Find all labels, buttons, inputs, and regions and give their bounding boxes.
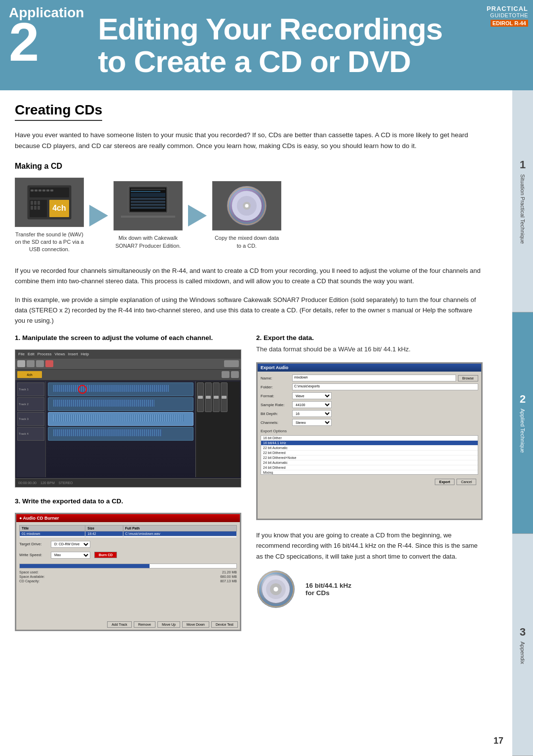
- step-2-item: 2. Export the data. The data format shou…: [256, 334, 483, 354]
- export-label-bitdepth: Bit Depth:: [261, 412, 290, 416]
- export-dialog-title: Export Audio: [258, 364, 481, 372]
- sidebar-tab-1[interactable]: 1 Situation Practical Technique: [512, 90, 533, 312]
- stats-label-total: CD Capacity:: [19, 579, 39, 583]
- cd-step-2-caption: Mix down with Cakewalk SONAR7 Producer E…: [114, 234, 183, 250]
- cd-step-3: Copy the mixed down data to a CD.: [212, 181, 281, 250]
- toolbar-btn-4[interactable]: [45, 360, 53, 367]
- fader-1[interactable]: [197, 382, 204, 412]
- svg-rect-6: [46, 189, 49, 191]
- right-column: 2. Export the data. The data format shou…: [256, 334, 483, 641]
- track-label-2: Track 2: [17, 397, 44, 411]
- toolbar2-btn-2[interactable]: [231, 371, 239, 378]
- badge-practical: PRACTICAL: [487, 5, 528, 12]
- speed-select[interactable]: Max8x4x: [51, 552, 90, 559]
- daw-screenshot: File Edit Process Views Insert Help: [15, 349, 241, 488]
- badge-edirol: EDIROL R-44: [491, 20, 528, 27]
- export-ok-btn[interactable]: Export: [435, 479, 455, 485]
- arrow-shape-1: [89, 205, 108, 227]
- status-bpm: 120 BPM: [40, 481, 55, 485]
- toolbar-btn-1[interactable]: [17, 360, 25, 367]
- cd-step-1-img: 4ch: [15, 178, 84, 227]
- device-test-btn[interactable]: Device Test: [211, 621, 238, 628]
- export-select-bitdepth[interactable]: 16 24 32: [292, 410, 332, 417]
- sidebar-tab-1-number: 1: [520, 158, 526, 171]
- burn-progress: [19, 564, 237, 568]
- toolbar2-btn-1[interactable]: [222, 371, 229, 378]
- listbox-item-6: 24 bit Automatic: [261, 460, 478, 465]
- step-1-text: Manipulate the screen to adjust the volu…: [22, 334, 213, 341]
- export-options-label: Export Options: [261, 429, 478, 433]
- burner-dialog: ● Audio CD Burner Title Size Full Path 0…: [15, 513, 241, 631]
- remove-btn[interactable]: Remove: [134, 621, 155, 628]
- daw-content: Track 1 Track 2 Track 3 Track 4: [15, 380, 241, 478]
- svg-point-42: [273, 587, 278, 592]
- listbox-item-8: Mixing: [261, 470, 478, 475]
- cd-step-1-caption: Transfer the sound le (WAV) on the SD ca…: [15, 231, 84, 254]
- burner-screenshot: ● Audio CD Burner Title Size Full Path 0…: [15, 513, 241, 631]
- stats-label-elapsed: Space used:: [19, 570, 38, 574]
- toolbar-btn-2[interactable]: [27, 360, 35, 367]
- stats-val-remain: 680.00 MB: [220, 575, 237, 578]
- burner-body: Title Size Full Path 01 mixdown 18:42 C:…: [16, 522, 240, 619]
- step-2-number: 2.: [256, 334, 262, 341]
- toolbar-btn-5[interactable]: [224, 360, 239, 367]
- target-drive-select[interactable]: D: CD-RW Drive: [51, 541, 90, 548]
- row2-size: [85, 536, 123, 537]
- menu-views: Views: [55, 352, 65, 356]
- svg-rect-19: [131, 189, 165, 190]
- menu-insert: Insert: [68, 352, 78, 356]
- svg-rect-24: [131, 204, 165, 206]
- row1-size: 18:42: [85, 531, 123, 536]
- col-title: Title: [20, 525, 85, 531]
- listbox-item-7: 24 bit Dithered: [261, 465, 478, 470]
- step-2-desc: The data format should be a WAVe at 16 b…: [256, 344, 483, 354]
- toolbar-btn-3[interactable]: [36, 360, 44, 367]
- left-column: 1. Manipulate the screen to adjust the v…: [15, 334, 241, 641]
- listbox-item-3: 22 bit Automatic: [261, 446, 478, 451]
- cd-arrow-2: [183, 201, 212, 230]
- export-label-channels: Channels:: [261, 420, 290, 425]
- svg-rect-3: [35, 189, 38, 191]
- step-1-label: 1. Manipulate the screen to adjust the v…: [15, 334, 241, 341]
- cd-step-1: 4ch Transfer the sound le (WAV) on the S…: [15, 178, 84, 254]
- sidebar-tab-2[interactable]: 2 Applied Technique: [512, 312, 533, 534]
- step-3-label: 3. Write the exported data to a CD.: [15, 497, 241, 505]
- export-label-name: Name:: [261, 376, 290, 380]
- fader-4[interactable]: [221, 382, 228, 412]
- row1-title: 01 mixdown: [20, 531, 85, 536]
- step-3-number: 3.: [15, 497, 20, 505]
- export-select-channels[interactable]: Stereo Mono: [292, 419, 332, 426]
- export-input-name[interactable]: mixdown: [292, 375, 456, 381]
- svg-rect-25: [131, 207, 165, 209]
- menu-file: File: [18, 352, 25, 356]
- move-down-btn[interactable]: Move Down: [182, 621, 209, 628]
- add-track-btn[interactable]: Add Track: [107, 621, 132, 628]
- move-up-btn[interactable]: Move Up: [157, 621, 180, 628]
- page-number: 17: [494, 736, 503, 746]
- menu-process: Process: [38, 352, 52, 356]
- export-browse-btn[interactable]: Browse: [458, 375, 478, 381]
- menu-help: Help: [81, 352, 89, 356]
- target-drive-row: Target Drive: D: CD-RW Drive: [19, 541, 237, 548]
- export-select-format[interactable]: Wave MP3: [292, 392, 332, 399]
- col-fullpath: Full Path: [123, 525, 237, 531]
- export-cancel-btn[interactable]: Cancel: [457, 479, 476, 485]
- cd-step-2: Mix down with Cakewalk SONAR7 Producer E…: [114, 181, 183, 250]
- page-header: Application 2 Editing Your Recordings to…: [0, 0, 533, 90]
- track-label-1: Track 1: [17, 382, 44, 396]
- export-row-samplerate: Sample Rate: 44100 48000: [261, 401, 478, 408]
- fader-2[interactable]: [205, 382, 212, 412]
- burn-button[interactable]: Burn CD: [94, 552, 117, 558]
- cd-diagram: 4ch Transfer the sound le (WAV) on the S…: [15, 178, 483, 254]
- cd-step-3-caption: Copy the mixed down data to a CD.: [212, 234, 281, 250]
- svg-rect-12: [31, 206, 33, 210]
- body-text-2: In this example, we provide a simple exp…: [15, 295, 483, 326]
- export-select-samplerate[interactable]: 44100 48000: [292, 401, 332, 408]
- svg-rect-20: [131, 191, 160, 192]
- sidebar-tab-3[interactable]: 3 Appendix: [512, 534, 533, 756]
- listbox-item-2[interactable]: 16 bit/44.1 kHz: [261, 441, 478, 446]
- export-input-folder[interactable]: C:\music\exports: [292, 383, 478, 390]
- export-screenshot: Export Audio Name: mixdown Browse Folder…: [256, 362, 483, 520]
- fader-3[interactable]: [213, 382, 220, 412]
- burn-progress-fill: [20, 564, 150, 568]
